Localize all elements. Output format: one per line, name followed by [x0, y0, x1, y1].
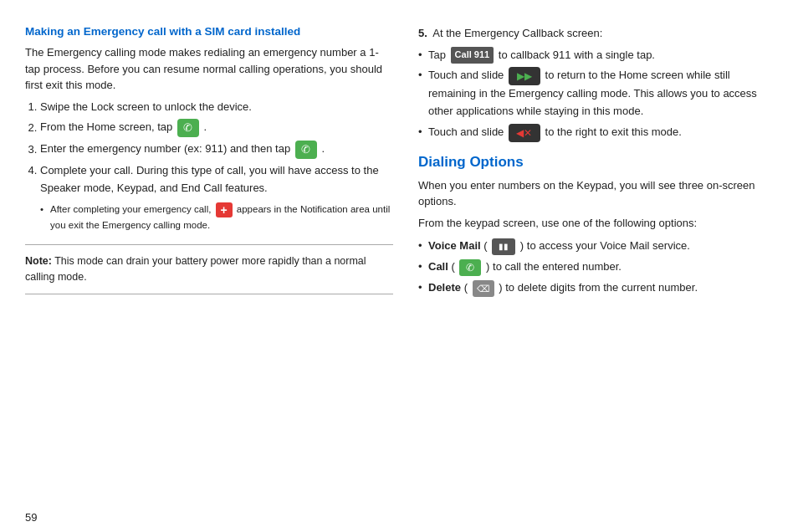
note-label: Note: — [25, 255, 52, 267]
delete-icon: ⌫ — [473, 280, 494, 297]
dialing-options-title: Dialing Options — [418, 154, 773, 171]
callback-bullet-1: Tap Call 911 to callback 911 with a sing… — [418, 47, 773, 64]
left-section-title: Making an Emergency call with a SIM card… — [25, 25, 393, 38]
left-column: Making an Emergency call with a SIM card… — [25, 25, 393, 498]
phone-icon-step2: ✆ — [177, 119, 199, 137]
step-1: Swipe the Lock screen to unlock the devi… — [40, 99, 393, 116]
phone-icon-step3: ✆ — [295, 141, 317, 159]
dialing-options-list: Voice Mail ( ▮▮ ) to access your Voice M… — [418, 238, 773, 296]
step-2: From the Home screen, tap ✆ . — [40, 119, 393, 137]
note-box: Note: This mode can drain your battery p… — [25, 244, 393, 294]
left-intro: The Emergency calling mode makes rediali… — [25, 44, 393, 94]
call-green-icon: ✆ — [459, 259, 481, 276]
page-number: 59 — [0, 506, 798, 532]
slide-right-red-icon: ◀✕ — [509, 124, 540, 142]
left-steps-list: Swipe the Lock screen to unlock the devi… — [40, 99, 393, 233]
callback-bullets: Tap Call 911 to callback 911 with a sing… — [418, 47, 773, 142]
step5-intro: 5. At the Emergency Callback screen: — [418, 25, 773, 42]
dialing-voicemail: Voice Mail ( ▮▮ ) to access your Voice M… — [418, 238, 773, 255]
dialing-from: From the keypad screen, use one of the f… — [418, 215, 773, 232]
callback-bullet-3: Touch and slide ◀✕ to the right to exit … — [418, 124, 773, 142]
step-4: Complete your call. During this type of … — [40, 162, 393, 233]
plus-icon: + — [216, 202, 233, 217]
note-text: This mode can drain your battery power m… — [25, 255, 366, 283]
right-column: 5. At the Emergency Callback screen: Tap… — [418, 25, 773, 498]
call911-icon: Call 911 — [451, 47, 494, 64]
dialing-intro: When you enter numbers on the Keypad, yo… — [418, 177, 773, 210]
step4-bullets: After completing your emergency call, + … — [40, 202, 393, 233]
voicemail-icon: ▮▮ — [492, 238, 515, 255]
step-3: Enter the emergency number (ex: 911) and… — [40, 141, 393, 159]
slide-right-green-icon: ▶▶ — [509, 67, 540, 85]
callback-bullet-2: Touch and slide ▶▶ to return to the Home… — [418, 67, 773, 120]
dialing-delete: Delete ( ⌫ ) to delete digits from the c… — [418, 279, 773, 297]
dialing-call: Call ( ✆ ) to call the entered number. — [418, 258, 773, 276]
step4-bullet: After completing your emergency call, + … — [40, 202, 393, 233]
